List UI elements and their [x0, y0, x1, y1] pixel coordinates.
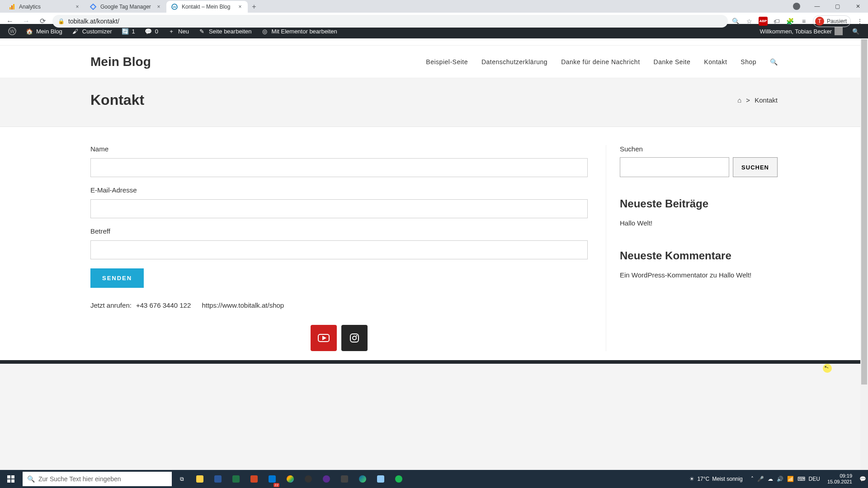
svg-text:W: W	[10, 28, 15, 34]
task-view-button[interactable]: ⧉	[173, 470, 191, 488]
wp-updates[interactable]: 🔄 1	[117, 24, 140, 38]
wp-edit-elementor[interactable]: ◎ Mit Elementor bearbeiten	[256, 24, 342, 38]
recent-comment-text[interactable]: Ein WordPress-Kommentator zu Hallo Welt!	[620, 271, 778, 279]
subject-label: Betreff	[90, 227, 588, 235]
tab-close-icon[interactable]: ×	[237, 4, 243, 10]
plus-icon: +	[167, 27, 175, 35]
tray-mic-icon[interactable]: 🎤	[757, 476, 764, 482]
search-button[interactable]: SUCHEN	[733, 157, 778, 177]
nav-item-danke-seite[interactable]: Danke Seite	[654, 58, 691, 66]
excel-icon[interactable]	[227, 470, 245, 488]
instagram-icon	[349, 333, 360, 343]
app-icon-2[interactable]	[335, 470, 354, 488]
comment-icon: 💬	[144, 27, 152, 35]
wp-new[interactable]: + Neu	[163, 24, 193, 38]
instagram-button[interactable]	[341, 325, 368, 351]
phone-link[interactable]: +43 676 3440 122	[136, 301, 191, 309]
wp-account-menu[interactable]: Willkommen, Tobias Becker	[755, 24, 847, 38]
breadcrumb-home-icon[interactable]: ⌂	[737, 96, 741, 104]
page-title-row: Kontakt ⌂ > Kontakt	[0, 78, 868, 127]
search-input[interactable]	[620, 157, 729, 177]
main-column: Name E-Mail-Adresse Betreff SENDEN Jetzt…	[90, 145, 588, 351]
send-button[interactable]: SENDEN	[90, 268, 144, 288]
tray-volume-icon[interactable]: 🔊	[777, 476, 783, 482]
browser-tab-kontakt[interactable]: W Kontakt – Mein Blog ×	[166, 1, 248, 13]
tray-notifications-icon[interactable]: 💬	[859, 476, 866, 482]
browser-tab-analytics[interactable]: Analytics ×	[4, 1, 85, 13]
wp-site-name[interactable]: 🏠 Mein Blog	[21, 24, 67, 38]
powerpoint-icon[interactable]	[245, 470, 263, 488]
shop-link[interactable]: https://www.tobitalk.at/shop	[202, 301, 284, 309]
recent-post-link[interactable]: Hallo Welt!	[620, 219, 778, 227]
site-title[interactable]: Mein Blog	[90, 55, 151, 69]
tray-clock[interactable]: 09:19 15.09.2021	[824, 473, 856, 485]
window-maximize-button[interactable]: ▢	[827, 0, 848, 13]
chrome-icon[interactable]	[281, 470, 299, 488]
edge-icon[interactable]	[354, 470, 372, 488]
wp-logo-menu[interactable]: W	[4, 24, 21, 38]
tab-close-icon[interactable]: ×	[74, 4, 80, 10]
nav-search-icon[interactable]: 🔍	[770, 58, 778, 66]
word-icon[interactable]	[209, 470, 227, 488]
email-input[interactable]	[90, 199, 588, 218]
zoom-icon[interactable]: 🔍	[731, 17, 741, 26]
recent-comments-heading: Neueste Kommentare	[620, 249, 778, 262]
weather-icon: ☀	[689, 476, 694, 482]
mail-icon[interactable]: 22	[263, 470, 281, 488]
nav-item-shop[interactable]: Shop	[741, 58, 756, 66]
youtube-button[interactable]	[311, 325, 337, 351]
scrollbar-track[interactable]	[860, 38, 868, 470]
mail-badge: 22	[274, 483, 279, 487]
new-tab-button[interactable]: +	[248, 1, 260, 13]
search-icon: 🔍	[852, 27, 860, 35]
window-close-button[interactable]: ✕	[848, 0, 868, 13]
tray-chevron-up-icon[interactable]: ˄	[751, 476, 754, 482]
search-label: Suchen	[620, 145, 778, 153]
scrollbar-thumb[interactable]	[861, 39, 867, 385]
nav-item-kontakt[interactable]: Kontakt	[704, 58, 727, 66]
name-label: Name	[90, 145, 588, 153]
nav-item-beispiel[interactable]: Beispiel-Seite	[426, 58, 468, 66]
recent-posts-heading: Neueste Beiträge	[620, 197, 778, 210]
tray-keyboard-icon[interactable]: ⌨	[797, 476, 805, 482]
obs-icon[interactable]	[299, 470, 317, 488]
page-viewport: Mein Blog Beispiel-Seite Datenschutzerkl…	[0, 38, 868, 470]
tray-lang[interactable]: DEU	[809, 476, 820, 482]
tray-wifi-icon[interactable]: 📶	[787, 476, 794, 482]
weather-widget[interactable]: ☀ 17°C Meist sonnig	[689, 476, 742, 482]
svg-point-12	[353, 336, 356, 340]
file-explorer-icon[interactable]	[191, 470, 209, 488]
clock-time: 09:19	[827, 473, 852, 479]
spotify-icon[interactable]	[390, 470, 408, 488]
svg-rect-16	[7, 479, 10, 483]
tab-title: Analytics	[19, 4, 71, 10]
nav-item-datenschutz[interactable]: Datenschutzerklärung	[481, 58, 547, 66]
site-footer-strip	[0, 360, 868, 364]
tab-close-icon[interactable]: ×	[156, 4, 162, 10]
name-input[interactable]	[90, 158, 588, 177]
nav-item-danke-nachricht[interactable]: Danke für deine Nachricht	[561, 58, 640, 66]
notepad-icon[interactable]	[372, 470, 390, 488]
form-field-email: E-Mail-Adresse	[90, 186, 588, 218]
subject-input[interactable]	[90, 240, 588, 259]
start-button[interactable]	[0, 470, 22, 488]
brush-icon: 🖌	[71, 27, 80, 35]
wp-elementor-label: Mit Elementor bearbeiten	[272, 28, 337, 35]
tab-overflow-icon[interactable]	[793, 3, 800, 10]
taskbar-search[interactable]: 🔍 Zur Suche Text hier eingeben	[23, 472, 172, 486]
window-minimize-button[interactable]: —	[807, 0, 827, 13]
wp-search-toggle[interactable]: 🔍	[847, 24, 864, 38]
updates-icon: 🔄	[121, 27, 129, 35]
tab-strip: Analytics × Google Tag Manager × W Konta…	[0, 0, 868, 13]
browser-tab-gtm[interactable]: Google Tag Manager ×	[85, 1, 166, 13]
app-icon-1[interactable]	[317, 470, 335, 488]
tray-onedrive-icon[interactable]: ☁	[768, 476, 773, 482]
windows-icon	[7, 475, 14, 483]
wordpress-icon: W	[8, 27, 16, 35]
wp-customizer[interactable]: 🖌 Customizer	[67, 24, 117, 38]
content-wrap: Name E-Mail-Adresse Betreff SENDEN Jetzt…	[0, 127, 868, 360]
bookmark-star-icon[interactable]: ☆	[745, 17, 754, 26]
wp-comments[interactable]: 💬 0	[140, 24, 163, 38]
wp-edit-page[interactable]: ✎ Seite bearbeiten	[193, 24, 256, 38]
search-placeholder: Zur Suche Text hier eingeben	[38, 475, 121, 483]
